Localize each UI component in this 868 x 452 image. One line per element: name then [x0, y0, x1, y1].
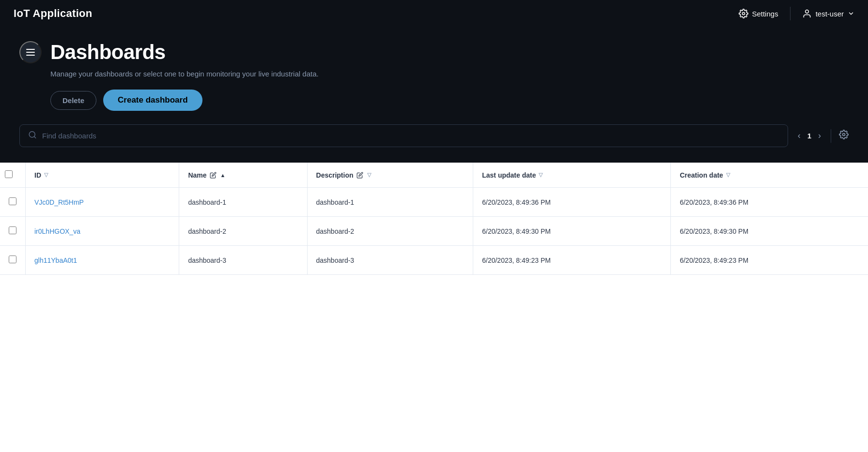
topbar-divider	[790, 7, 790, 20]
header-top: Dashboards	[19, 41, 849, 64]
edit-icon-name	[210, 172, 217, 179]
create-dashboard-button[interactable]: Create dashboard	[103, 90, 202, 111]
gear-icon	[739, 9, 748, 18]
col-header-last-update[interactable]: Last update date ▽	[473, 163, 671, 188]
pagination-area: ‹ 1 ›	[796, 129, 849, 143]
col-header-id[interactable]: ID ▽	[26, 163, 179, 188]
row-checkbox-2[interactable]	[9, 256, 16, 263]
sort-icon-id: ▽	[44, 172, 48, 178]
cell-last-update-2: 6/20/2023, 8:49:23 PM	[473, 246, 671, 275]
row-checkbox-col	[0, 217, 26, 246]
svg-point-0	[743, 13, 745, 15]
cell-last-update-0: 6/20/2023, 8:49:36 PM	[473, 188, 671, 217]
svg-line-3	[34, 136, 35, 137]
cell-name-1: dashboard-2	[179, 217, 307, 246]
sort-icon-description: ▽	[367, 172, 371, 178]
select-all-col	[0, 163, 26, 188]
table-header-row: ID ▽ Name ▲ Desc	[0, 163, 868, 188]
user-icon	[802, 9, 812, 18]
svg-point-4	[843, 134, 845, 136]
cell-id-1[interactable]: ir0LhHGOX_va	[26, 217, 179, 246]
pagination-divider	[831, 129, 831, 143]
select-all-checkbox[interactable]	[5, 170, 13, 178]
cell-creation-date-1: 6/20/2023, 8:49:30 PM	[671, 217, 868, 246]
row-checkbox-0[interactable]	[9, 197, 16, 205]
dashboards-table: ID ▽ Name ▲ Desc	[0, 163, 868, 275]
delete-button[interactable]: Delete	[50, 91, 96, 110]
page-number: 1	[807, 132, 811, 140]
search-row: ‹ 1 ›	[19, 124, 849, 147]
next-page-button[interactable]: ›	[816, 130, 823, 142]
cell-name-2: dashboard-3	[179, 246, 307, 275]
user-label: test-user	[816, 10, 844, 18]
page-subtitle: Manage your dashboards or select one to …	[50, 70, 849, 78]
action-buttons: Delete Create dashboard	[50, 90, 849, 111]
page-title: Dashboards	[50, 41, 166, 64]
cell-creation-date-0: 6/20/2023, 8:49:36 PM	[671, 188, 868, 217]
table-settings-button[interactable]	[839, 130, 849, 142]
dashboard-id-link-1[interactable]: ir0LhHGOX_va	[34, 227, 80, 235]
cell-id-2[interactable]: glh11YbaA0t1	[26, 246, 179, 275]
col-label-last-update: Last update date	[482, 171, 536, 179]
col-label-creation-date: Creation date	[680, 171, 723, 179]
table-row: VJc0D_Rt5HmP dashboard-1 dashboard-1 6/2…	[0, 188, 868, 217]
user-menu[interactable]: test-user	[802, 9, 854, 18]
col-header-name[interactable]: Name ▲	[179, 163, 307, 188]
table-row: ir0LhHGOX_va dashboard-2 dashboard-2 6/2…	[0, 217, 868, 246]
cell-last-update-1: 6/20/2023, 8:49:30 PM	[473, 217, 671, 246]
sort-icon-creation-date: ▽	[726, 172, 730, 178]
svg-point-1	[805, 10, 808, 14]
prev-page-button[interactable]: ‹	[796, 130, 803, 142]
col-label-id: ID	[34, 171, 41, 179]
cell-name-0: dashboard-1	[179, 188, 307, 217]
search-icon	[28, 130, 37, 141]
menu-button[interactable]	[19, 41, 42, 63]
row-checkbox-col	[0, 246, 26, 275]
search-wrap	[19, 124, 788, 147]
sort-icon-name: ▲	[220, 172, 226, 178]
cell-description-2: dashboard-3	[307, 246, 473, 275]
col-label-description: Description	[316, 171, 354, 179]
topbar-right: Settings test-user	[739, 7, 854, 20]
search-input[interactable]	[19, 124, 788, 147]
dashboard-id-link-2[interactable]: glh11YbaA0t1	[34, 256, 77, 264]
col-label-name: Name	[188, 171, 206, 179]
cell-creation-date-2: 6/20/2023, 8:49:23 PM	[671, 246, 868, 275]
settings-label: Settings	[752, 10, 778, 18]
settings-button[interactable]: Settings	[739, 9, 778, 18]
chevron-down-icon	[848, 10, 854, 17]
row-checkbox-1[interactable]	[9, 226, 16, 234]
cell-description-0: dashboard-1	[307, 188, 473, 217]
cell-id-0[interactable]: VJc0D_Rt5HmP	[26, 188, 179, 217]
sort-icon-last-update: ▽	[539, 172, 542, 178]
col-header-description[interactable]: Description ▽	[307, 163, 473, 188]
edit-icon-description	[356, 172, 363, 179]
app-title: IoT Application	[14, 7, 93, 20]
table-section: ID ▽ Name ▲ Desc	[0, 163, 868, 275]
col-header-creation-date[interactable]: Creation date ▽	[671, 163, 868, 188]
topbar: IoT Application Settings test-user	[0, 0, 868, 27]
row-checkbox-col	[0, 188, 26, 217]
hamburger-icon	[26, 49, 35, 56]
cell-description-1: dashboard-2	[307, 217, 473, 246]
header-section: Dashboards Manage your dashboards or sel…	[0, 27, 868, 163]
table-row: glh11YbaA0t1 dashboard-3 dashboard-3 6/2…	[0, 246, 868, 275]
dashboard-id-link-0[interactable]: VJc0D_Rt5HmP	[34, 198, 84, 206]
